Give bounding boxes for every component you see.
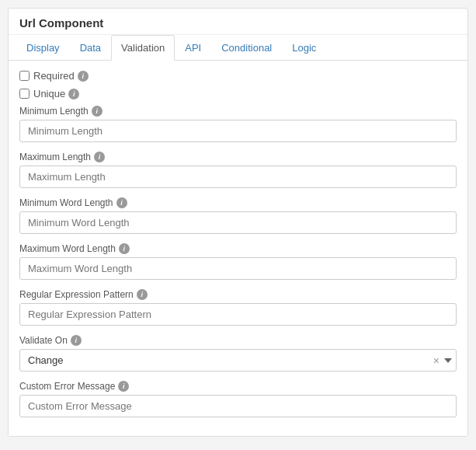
required-group: Required i	[19, 70, 457, 82]
tab-conditional[interactable]: Conditional	[211, 35, 282, 61]
required-help-icon[interactable]: i	[78, 71, 89, 82]
minimum-length-help-icon[interactable]: i	[92, 106, 102, 117]
tab-api[interactable]: API	[175, 35, 211, 61]
url-component-panel: Url Component Display Data Validation AP…	[8, 8, 468, 437]
minimum-word-length-label: Minimum Word Length i	[19, 197, 457, 208]
custom-error-group: Custom Error Message i	[19, 381, 457, 417]
unique-help-icon[interactable]: i	[68, 89, 79, 99]
validation-panel-body: Required i Unique i Minimum Length i Max…	[9, 61, 467, 436]
panel-title: Url Component	[9, 9, 467, 35]
unique-label: Unique i	[33, 88, 79, 99]
tab-data[interactable]: Data	[70, 35, 111, 61]
maximum-word-length-label: Maximum Word Length i	[19, 243, 457, 254]
validate-on-help-icon[interactable]: i	[71, 335, 82, 346]
required-checkbox[interactable]	[19, 71, 30, 81]
validate-on-label: Validate On i	[19, 335, 457, 346]
regex-pattern-group: Regular Expression Pattern i	[19, 289, 457, 326]
tab-validation[interactable]: Validation	[111, 35, 175, 61]
custom-error-input[interactable]	[19, 395, 457, 417]
unique-group: Unique i	[19, 88, 457, 99]
tab-logic[interactable]: Logic	[282, 35, 326, 61]
minimum-length-label: Minimum Length i	[19, 106, 457, 117]
regex-pattern-label: Regular Expression Pattern i	[19, 289, 457, 300]
custom-error-label: Custom Error Message i	[19, 381, 457, 392]
maximum-word-length-group: Maximum Word Length i	[19, 243, 457, 280]
maximum-length-group: Maximum Length i	[19, 152, 457, 188]
required-label: Required i	[33, 70, 89, 82]
maximum-word-length-input[interactable]	[19, 257, 457, 280]
custom-error-help-icon[interactable]: i	[118, 381, 129, 392]
validate-on-select[interactable]: Change Blur Submit	[19, 349, 457, 372]
regex-pattern-input[interactable]	[19, 303, 457, 326]
minimum-word-length-help-icon[interactable]: i	[116, 197, 127, 208]
validate-on-group: Validate On i Change Blur Submit ×	[19, 335, 457, 372]
maximum-length-label: Maximum Length i	[19, 152, 457, 162]
tab-bar: Display Data Validation API Conditional …	[9, 35, 467, 61]
tab-display[interactable]: Display	[16, 35, 70, 61]
validate-on-clear-icon[interactable]: ×	[433, 355, 440, 366]
validate-on-select-wrapper: Change Blur Submit ×	[19, 349, 457, 372]
maximum-length-help-icon[interactable]: i	[94, 152, 105, 162]
minimum-word-length-group: Minimum Word Length i	[19, 197, 457, 234]
unique-checkbox[interactable]	[19, 89, 30, 99]
minimum-word-length-input[interactable]	[19, 211, 457, 234]
maximum-word-length-help-icon[interactable]: i	[119, 243, 130, 254]
regex-help-icon[interactable]: i	[137, 289, 148, 300]
maximum-length-input[interactable]	[19, 166, 457, 188]
minimum-length-group: Minimum Length i	[19, 106, 457, 142]
minimum-length-input[interactable]	[19, 120, 457, 142]
